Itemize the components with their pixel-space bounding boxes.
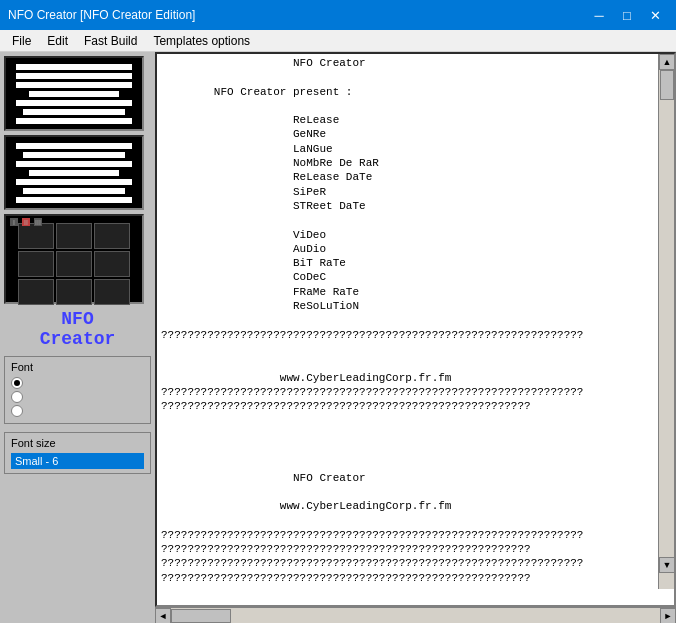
- menu-bar: File Edit Fast Build Templates options: [0, 30, 676, 52]
- scroll-left-button[interactable]: ◄: [155, 608, 171, 624]
- template-line: [16, 161, 131, 167]
- window-title: NFO Creator [NFO Creator Edition]: [8, 8, 195, 22]
- grid-preview[interactable]: I II III: [4, 214, 144, 304]
- title-bar: NFO Creator [NFO Creator Edition] ─ □ ✕: [0, 0, 676, 30]
- title-controls: ─ □ ✕: [586, 5, 668, 25]
- grid-cell: [56, 279, 92, 305]
- font-label: Font: [11, 361, 144, 373]
- font-option-3[interactable]: [11, 405, 144, 417]
- tab-1[interactable]: I: [10, 218, 18, 226]
- grid-cell: [56, 251, 92, 277]
- scroll-down-button[interactable]: ▼: [659, 557, 675, 573]
- template-line: [16, 64, 131, 70]
- left-panel: I II III NFO Creator Font: [0, 52, 155, 623]
- font-size-section: Font size Small - 6: [4, 432, 151, 474]
- scroll-thumb-vertical[interactable]: [660, 70, 674, 100]
- font-radio-3[interactable]: [11, 405, 23, 417]
- vertical-scrollbar[interactable]: ▲ ▼: [658, 54, 674, 589]
- tab-3[interactable]: III: [34, 218, 42, 226]
- template-line: [16, 118, 131, 124]
- maximize-button[interactable]: □: [614, 5, 640, 25]
- brand-nfo: NFO: [4, 310, 151, 330]
- font-option-1[interactable]: [11, 377, 144, 389]
- template-line: [16, 82, 131, 88]
- grid-cell: [18, 279, 54, 305]
- grid-cell: [94, 251, 130, 277]
- scroll-up-button[interactable]: ▲: [659, 54, 675, 70]
- menu-edit[interactable]: Edit: [39, 30, 76, 51]
- grid-cell: [94, 279, 130, 305]
- scroll-thumb-horizontal[interactable]: [171, 609, 231, 623]
- menu-fast-build[interactable]: Fast Build: [76, 30, 145, 51]
- grid-cells: [18, 223, 130, 305]
- nfo-viewport[interactable]: NFO Creator NFO Creator present : ReLeas…: [155, 52, 676, 607]
- tab-2[interactable]: II: [22, 218, 30, 226]
- font-radio-1[interactable]: [11, 377, 23, 389]
- brand-creator: Creator: [4, 330, 151, 350]
- template-line: [23, 152, 125, 158]
- template-line: [16, 100, 131, 106]
- template-line: [16, 143, 131, 149]
- scroll-track-horizontal[interactable]: [171, 608, 660, 624]
- template-line: [29, 170, 119, 176]
- template-box-1[interactable]: [4, 56, 144, 131]
- template-line: [23, 109, 125, 115]
- font-option-2[interactable]: [11, 391, 144, 403]
- font-section: Font: [4, 356, 151, 424]
- minimize-button[interactable]: ─: [586, 5, 612, 25]
- nfo-text[interactable]: NFO Creator NFO Creator present : ReLeas…: [157, 54, 658, 605]
- template-line: [23, 188, 125, 194]
- main-container: I II III NFO Creator Font: [0, 52, 676, 623]
- font-size-label: Font size: [11, 437, 144, 449]
- template-line: [16, 73, 131, 79]
- menu-templates-options[interactable]: Templates options: [145, 30, 258, 51]
- horizontal-scrollbar[interactable]: ◄ ►: [155, 607, 676, 623]
- template-line: [29, 91, 119, 97]
- tabs-indicator: I II III: [6, 216, 142, 228]
- nfo-content: NFO Creator NFO Creator present : ReLeas…: [157, 54, 674, 605]
- grid-cell: [18, 251, 54, 277]
- canvas-area: NFO Creator NFO Creator present : ReLeas…: [155, 52, 676, 623]
- scroll-right-button[interactable]: ►: [660, 608, 676, 624]
- font-radio-2[interactable]: [11, 391, 23, 403]
- template-line: [16, 197, 131, 203]
- template-box-2[interactable]: [4, 135, 144, 210]
- template-line: [16, 179, 131, 185]
- menu-file[interactable]: File: [4, 30, 39, 51]
- close-button[interactable]: ✕: [642, 5, 668, 25]
- branding: NFO Creator: [4, 310, 151, 350]
- font-size-small-6[interactable]: Small - 6: [11, 453, 144, 469]
